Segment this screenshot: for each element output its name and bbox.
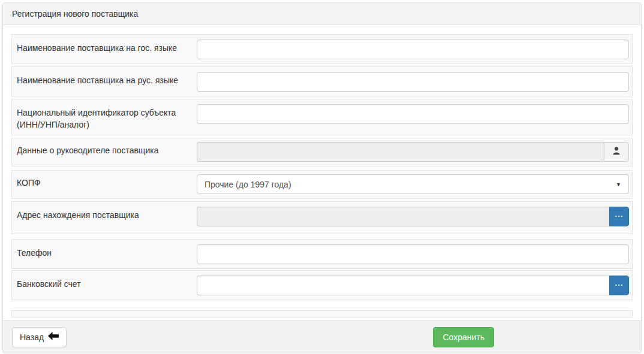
kopf-selected-option: Прочие (до 1997 года) — [204, 180, 291, 189]
kopf-select[interactable]: Прочие (до 1997 года) ▼ — [197, 174, 629, 194]
supplier-name-state-input[interactable] — [197, 40, 629, 59]
national-id-input[interactable] — [197, 104, 629, 124]
field-label: КОПФ — [17, 174, 197, 189]
back-button-label: Назад — [20, 332, 44, 342]
back-button[interactable]: Назад — [12, 327, 67, 347]
address-input — [197, 207, 609, 226]
ellipsis-label: ... — [615, 210, 624, 219]
form-row: Данные о руководителе поставщика — [11, 138, 633, 167]
form-row: Наименование поставщика на гос. языке — [11, 34, 633, 64]
field-label: Данные о руководителе поставщика — [17, 142, 197, 156]
caret-down-icon: ▼ — [616, 181, 621, 187]
panel-footer: Назад Сохранить — [3, 320, 641, 353]
bank-account-lookup-button[interactable]: ... — [609, 276, 629, 295]
phone-input[interactable] — [197, 244, 629, 264]
supplier-name-rus-input[interactable] — [197, 72, 629, 92]
form-row: Наименование поставщика на рус. языке — [11, 66, 633, 96]
page-title: Регистрация нового поставщика — [12, 9, 138, 19]
arrow-left-icon — [44, 332, 59, 342]
ellipsis-label: ... — [615, 279, 624, 288]
supplier-registration-panel: Регистрация нового поставщика Наименован… — [2, 2, 642, 353]
field-label: Телефон — [17, 244, 197, 259]
form-row: Банковский счет ... — [11, 270, 633, 300]
bank-account-input[interactable] — [197, 276, 609, 295]
form-row: Адрес нахождения поставщика ... — [11, 201, 633, 234]
field-label: Наименование поставщика на рус. языке — [17, 72, 197, 86]
head-lookup-button[interactable] — [604, 142, 629, 162]
form-row: Национальный идентификатор субъекта (ИНН… — [11, 99, 633, 135]
head-data-input — [197, 142, 604, 162]
form-body: Наименование поставщика на гос. языке На… — [3, 25, 641, 320]
save-button[interactable]: Сохранить — [433, 327, 494, 347]
panel-heading: Регистрация нового поставщика — [3, 3, 641, 25]
save-button-label: Сохранить — [443, 332, 484, 342]
address-lookup-button[interactable]: ... — [609, 207, 629, 226]
field-label: Наименование поставщика на гос. языке — [17, 40, 197, 54]
field-label: Адрес нахождения поставщика — [17, 207, 197, 221]
field-label: Банковский счет — [17, 276, 197, 290]
form-row: Телефон — [11, 239, 633, 269]
form-row: КОПФ Прочие (до 1997 года) ▼ — [11, 170, 633, 199]
empty-row — [11, 310, 633, 317]
field-label: Национальный идентификатор субъекта (ИНН… — [17, 104, 197, 131]
user-icon — [612, 146, 621, 158]
